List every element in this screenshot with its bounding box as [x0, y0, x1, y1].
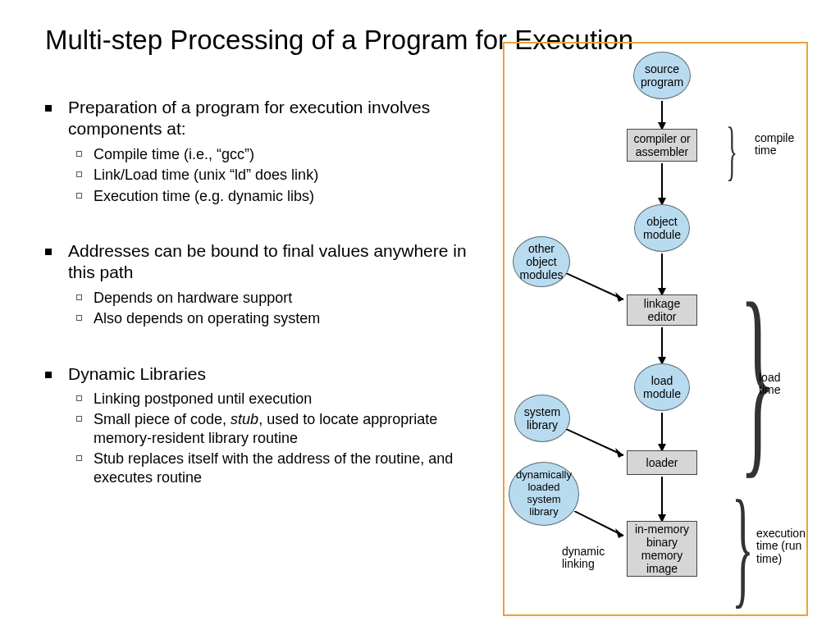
svg-line-4	[574, 511, 623, 536]
bullet-text: Depends on hardware support	[94, 289, 292, 308]
bullet-sub: Depends on hardware support	[76, 289, 488, 308]
svg-marker-5	[615, 528, 623, 538]
bullet-text: Addresses can be bound to final values a…	[68, 240, 488, 284]
arrow-diagonal-icon	[566, 429, 632, 462]
label-load-time: loadtime	[759, 372, 780, 397]
arrow-line	[661, 477, 663, 516]
bullet-box-icon	[76, 171, 82, 177]
arrow-line	[661, 101, 663, 124]
arrow-diagonal-icon	[566, 273, 632, 306]
node-in-memory-image: in-memorybinarymemoryimage	[627, 521, 697, 577]
diagram-frame: sourceprogram compiler orassembler objec…	[503, 42, 808, 616]
text-column: Preparation of a program for execution i…	[45, 93, 488, 630]
bullet-square-icon	[45, 372, 52, 378]
bullet-text: Compile time (i.e., “gcc”)	[94, 145, 254, 164]
bullet-box-icon	[76, 416, 82, 422]
bullet-group-1-head: Preparation of a program for execution i…	[45, 97, 488, 140]
bullet-box-icon	[76, 315, 82, 321]
arrow-line	[661, 253, 663, 290]
svg-line-2	[566, 429, 623, 455]
bullet-text: Small piece of code, stub, used to locat…	[94, 410, 488, 447]
bullet-box-icon	[76, 193, 82, 199]
node-source-program: sourceprogram	[633, 52, 691, 99]
bullet-box-icon	[76, 455, 82, 461]
label-compile-time: compiletime	[755, 132, 794, 158]
node-other-object-modules: otherobjectmodules	[513, 236, 570, 287]
arrow-line	[661, 413, 663, 445]
diagram-column: sourceprogram compiler orassembler objec…	[504, 93, 816, 630]
node-system-library: systemlibrary	[514, 395, 570, 442]
bullet-sub: Small piece of code, stub, used to locat…	[76, 410, 488, 447]
arrow-line	[661, 163, 663, 199]
bullet-box-icon	[76, 294, 82, 300]
bullet-sub: Link/Load time (unix “ld” does link)	[76, 166, 488, 185]
bullet-text: Also depends on operating system	[94, 309, 320, 328]
node-linkage-editor: linkageeditor	[627, 294, 697, 326]
bullet-text: Dynamic Libraries	[68, 363, 206, 385]
bullet-sub: Execution time (e.g. dynamic libs)	[76, 187, 488, 206]
bullet-sub: Compile time (i.e., “gcc”)	[76, 145, 488, 164]
bullet-sub: Also depends on operating system	[76, 309, 488, 328]
bullet-text: Preparation of a program for execution i…	[68, 97, 488, 140]
caption-dynamic-linking: dynamiclinking	[562, 546, 605, 571]
arrow-diagonal-icon	[574, 511, 632, 544]
bullet-sub: Linking postponed until execution	[76, 390, 488, 409]
bullet-square-icon	[45, 105, 52, 112]
bullet-square-icon	[45, 249, 52, 255]
node-object-module: objectmodule	[634, 204, 690, 252]
bullet-text: Stub replaces itself with the address of…	[94, 450, 488, 486]
bullet-group-2-head: Addresses can be bound to final values a…	[45, 240, 488, 284]
bullet-text: Execution time (e.g. dynamic libs)	[94, 187, 314, 206]
node-dynamic-library: dynamicallyloadedsystemlibrary	[509, 462, 579, 526]
bullet-group-3-head: Dynamic Libraries	[45, 363, 488, 385]
bullet-box-icon	[76, 395, 82, 401]
arrow-line	[661, 327, 663, 358]
bullet-text: Linking postponed until execution	[94, 390, 312, 409]
svg-line-0	[566, 273, 623, 299]
label-execution-time: executiontime (runtime)	[756, 527, 806, 565]
bullet-text: Link/Load time (unix “ld” does link)	[94, 166, 318, 185]
bullet-sub: Stub replaces itself with the address of…	[76, 450, 488, 486]
brace-icon: }	[726, 113, 737, 188]
bullet-box-icon	[76, 151, 82, 157]
brace-icon: }	[732, 486, 754, 607]
node-load-module: loadmodule	[634, 363, 690, 411]
node-compiler-assembler: compiler orassembler	[627, 129, 697, 162]
node-loader: loader	[627, 450, 697, 475]
